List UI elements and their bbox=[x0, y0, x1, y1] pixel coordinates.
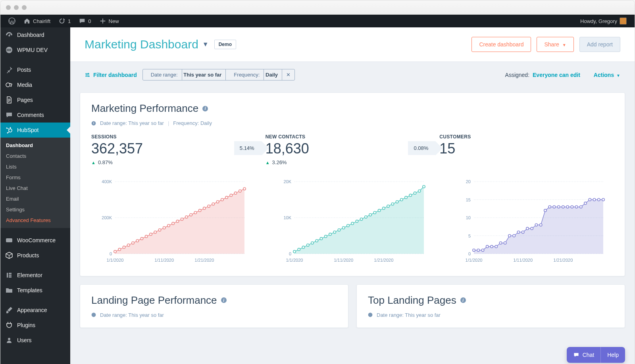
sidebar-item-plugins[interactable]: Plugins bbox=[0, 318, 70, 333]
sidebar-item-comments[interactable]: Comments bbox=[0, 107, 70, 123]
submenu-advanced[interactable]: Advanced Features bbox=[0, 215, 70, 226]
svg-point-125 bbox=[557, 205, 560, 208]
svg-point-47 bbox=[216, 200, 219, 203]
funnel-conversion: 0.08% bbox=[408, 141, 435, 155]
wp-toolbar: Chairlift 1 0 New Howdy, Gregory bbox=[0, 15, 635, 27]
actions-dropdown[interactable]: Actions ▼ bbox=[594, 72, 620, 78]
submenu-email[interactable]: Email bbox=[0, 193, 70, 204]
window-max-dot[interactable] bbox=[22, 5, 27, 10]
wpmu-icon bbox=[5, 46, 13, 54]
submenu-dashboard[interactable]: Dashboard bbox=[0, 140, 70, 151]
svg-point-128 bbox=[571, 205, 573, 208]
svg-point-71 bbox=[329, 233, 331, 235]
help-button[interactable]: Help bbox=[600, 347, 625, 363]
svg-point-68 bbox=[316, 239, 318, 242]
add-report-button[interactable]: Add report bbox=[579, 37, 620, 52]
card-title: Top Landing Pages i bbox=[368, 294, 614, 307]
info-icon[interactable]: i bbox=[460, 297, 466, 303]
greeting[interactable]: Howdy, Gregory bbox=[576, 15, 631, 27]
sidebar-item-pages[interactable]: Pages bbox=[0, 92, 70, 107]
chat-button[interactable]: Chat bbox=[567, 347, 601, 363]
sidebar-item-users[interactable]: Users bbox=[0, 333, 70, 348]
svg-point-28 bbox=[132, 241, 134, 244]
sidebar-item-media[interactable]: Media bbox=[0, 77, 70, 92]
info-icon[interactable]: i bbox=[202, 106, 208, 111]
cards-row-2: Landing Page Performance i Date range: T… bbox=[80, 284, 625, 328]
sidebar-item-posts[interactable]: Posts bbox=[0, 62, 70, 77]
page-title-text: Marketing Dashboard bbox=[85, 38, 198, 51]
svg-text:10: 10 bbox=[466, 215, 471, 220]
svg-point-81 bbox=[373, 211, 376, 214]
new[interactable]: New bbox=[95, 15, 123, 27]
svg-text:0: 0 bbox=[468, 251, 471, 256]
submenu-lists[interactable]: Lists bbox=[0, 161, 70, 172]
svg-point-49 bbox=[225, 196, 228, 198]
svg-point-34 bbox=[158, 228, 161, 231]
filter-chip[interactable]: Date range: This year so far Frequency: … bbox=[142, 69, 295, 80]
submenu-livechat[interactable]: Live Chat bbox=[0, 183, 70, 193]
svg-point-89 bbox=[409, 194, 412, 196]
svg-point-129 bbox=[575, 205, 577, 208]
updates[interactable]: 1 bbox=[54, 15, 75, 27]
meta-key: Date range: bbox=[100, 120, 127, 126]
card-landing-performance: Landing Page Performance i Date range: T… bbox=[80, 284, 348, 328]
create-dashboard-button[interactable]: Create dashboard bbox=[471, 37, 531, 52]
submenu-contacts[interactable]: Contacts bbox=[0, 151, 70, 161]
svg-text:1/21/2020: 1/21/2020 bbox=[553, 258, 573, 262]
svg-point-32 bbox=[150, 233, 152, 235]
card-title-text: Landing Page Performance bbox=[91, 294, 217, 307]
sidebar-item-products[interactable]: Products bbox=[0, 248, 70, 263]
assigned-value-link[interactable]: Everyone can edit bbox=[533, 72, 580, 78]
meta-val: This year so far bbox=[128, 312, 164, 318]
sidebar-item-appearance[interactable]: Appearance bbox=[0, 303, 70, 318]
chart-customers: 051015201/1/20201/11/20201/21/2020 bbox=[450, 178, 614, 266]
share-button[interactable]: Share ▼ bbox=[537, 37, 573, 52]
sidebar-item-templates[interactable]: Templates bbox=[0, 283, 70, 298]
svg-point-72 bbox=[333, 231, 336, 233]
site-name[interactable]: Chairlift bbox=[19, 15, 54, 27]
svg-point-78 bbox=[360, 218, 362, 220]
submenu-forms[interactable]: Forms bbox=[0, 172, 70, 183]
sidebar-item-wpmu[interactable]: WPMU DEV bbox=[0, 42, 70, 57]
svg-point-2 bbox=[6, 83, 10, 87]
svg-point-110 bbox=[491, 245, 493, 247]
svg-point-52 bbox=[239, 190, 241, 192]
svg-point-38 bbox=[176, 220, 179, 222]
sidebar-item-hubspot[interactable]: HubSpot bbox=[0, 123, 70, 138]
submenu-settings[interactable]: Settings bbox=[0, 204, 70, 215]
window-close-dot[interactable] bbox=[6, 5, 11, 10]
svg-text:1/1/2020: 1/1/2020 bbox=[107, 258, 124, 262]
chip-val: This year so far bbox=[183, 72, 221, 78]
svg-point-75 bbox=[347, 224, 349, 226]
box-icon bbox=[5, 251, 13, 259]
sidebar-item-woocommerce[interactable]: WooCommerce bbox=[0, 233, 70, 248]
sidebar-item-elementor[interactable]: Elementor bbox=[0, 268, 70, 283]
svg-point-92 bbox=[423, 185, 425, 188]
gauge-icon bbox=[5, 31, 13, 39]
svg-point-82 bbox=[378, 209, 380, 211]
wp-logo[interactable] bbox=[4, 15, 19, 27]
comments[interactable]: 0 bbox=[75, 15, 95, 27]
svg-point-116 bbox=[517, 231, 520, 233]
window-min-dot[interactable] bbox=[14, 5, 19, 10]
svg-point-130 bbox=[580, 205, 582, 208]
svg-point-67 bbox=[311, 241, 314, 244]
chip-close-icon[interactable]: ✕ bbox=[282, 69, 294, 80]
kpi-change-value: 3.26% bbox=[272, 159, 287, 165]
filter-dashboard-link[interactable]: Filter dashboard bbox=[85, 72, 137, 78]
info-icon[interactable]: i bbox=[221, 297, 227, 303]
svg-point-76 bbox=[351, 222, 354, 224]
comment-icon bbox=[5, 111, 13, 119]
svg-point-39 bbox=[181, 218, 183, 220]
svg-point-139 bbox=[92, 313, 96, 317]
svg-point-114 bbox=[508, 234, 511, 237]
card-marketing-performance: Marketing Performance i i Date range: Th… bbox=[80, 92, 625, 276]
sidebar-item-label: Elementor bbox=[17, 272, 42, 278]
svg-text:1/1/2020: 1/1/2020 bbox=[286, 258, 303, 262]
chart-sessions: 0200K400K1/1/20201/11/20201/21/2020 bbox=[91, 178, 255, 266]
sidebar-item-dashboard[interactable]: Dashboard bbox=[0, 27, 70, 42]
help-label: Help bbox=[607, 352, 619, 358]
svg-point-46 bbox=[212, 203, 214, 205]
pin-icon bbox=[5, 66, 13, 74]
page-title[interactable]: Marketing Dashboard ▼ bbox=[85, 38, 209, 51]
